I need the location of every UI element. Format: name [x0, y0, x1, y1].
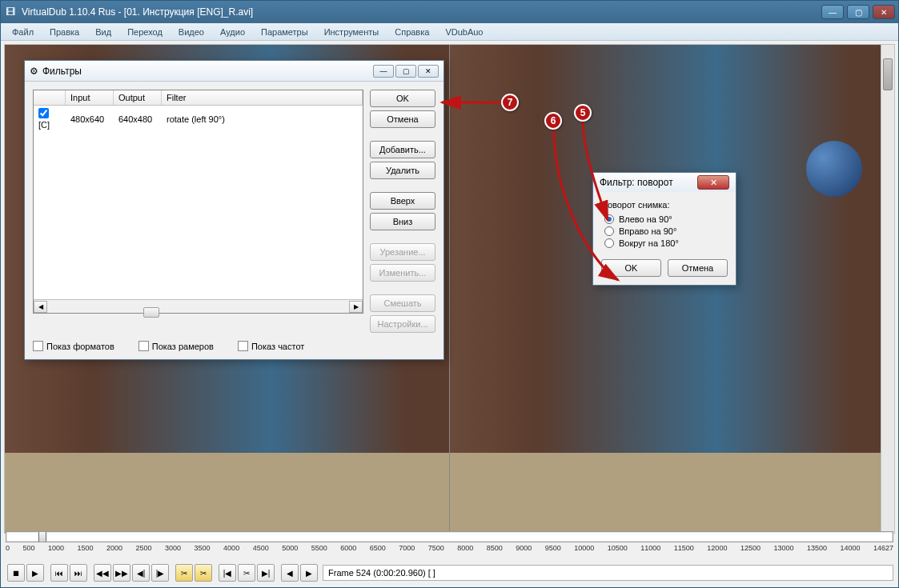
menu-vdubauo[interactable]: VDubAuo [439, 26, 489, 38]
transport-button-13[interactable]: ◀ [281, 564, 299, 582]
vertical-scrollbar[interactable] [881, 45, 894, 533]
transport-button-6[interactable]: ◀| [132, 564, 150, 582]
filters-min-button[interactable]: — [373, 65, 394, 78]
down-button[interactable]: Вниз [370, 213, 435, 230]
col-filter: Filter [162, 90, 363, 105]
filters-max-button[interactable]: ▢ [395, 65, 416, 78]
tick-label: 11500 [674, 544, 694, 552]
menu-options[interactable]: Параметры [255, 26, 315, 38]
tick-label: 4500 [253, 544, 269, 552]
menu-audio[interactable]: Аудио [214, 26, 251, 38]
frame-status: Frame 524 (0:00:20.960) [ ] [323, 565, 893, 581]
tick-label: 1000 [48, 544, 64, 552]
tick-label: 6000 [340, 544, 356, 552]
filters-close-button[interactable]: ✕ [418, 65, 439, 78]
transport-button-1[interactable]: ▶ [26, 564, 44, 582]
rotate-left-option[interactable]: Влево на 90° [604, 214, 728, 224]
menu-tools[interactable]: Инструменты [318, 26, 386, 38]
filters-dialog-footer: Показ форматов Показ рамеров Показ часто… [25, 341, 443, 359]
filters-dialog: ⚙ Фильтры — ▢ ✕ Input Output Filter [C] … [24, 60, 444, 360]
tick-label: 7000 [399, 544, 415, 552]
menu-video[interactable]: Видео [172, 26, 211, 38]
filters-dialog-titlebar[interactable]: ⚙ Фильтры — ▢ ✕ [25, 61, 443, 82]
transport-button-9[interactable]: ✂ [195, 564, 212, 582]
output-video-pane [450, 45, 895, 533]
show-sizes-check[interactable]: Показ рамеров [138, 341, 214, 351]
filter-list[interactable]: Input Output Filter [C] 480x640 640x480 … [33, 90, 363, 314]
radio-icon [604, 238, 614, 248]
tick-label: 0 [6, 544, 10, 552]
window-controls: — ▢ ✕ [821, 5, 895, 19]
tick-label: 3000 [165, 544, 181, 552]
up-button[interactable]: Вверх [370, 192, 435, 210]
timeline-ticks: 0500100015002000250030003500400045005000… [6, 542, 893, 552]
crop-button[interactable]: Урезание... [370, 243, 435, 261]
annotation-6: 6 [544, 112, 562, 130]
tick-label: 500 [23, 544, 35, 552]
show-formats-check[interactable]: Показ форматов [33, 341, 114, 351]
tick-label: 2500 [136, 544, 152, 552]
tick-label: 6500 [370, 544, 386, 552]
annotation-7: 7 [501, 94, 519, 111]
tick-label: 14000 [840, 544, 860, 552]
settings-button[interactable]: Настройки... [370, 315, 435, 333]
tick-label: 14627 [873, 544, 893, 552]
col-output: Output [114, 90, 162, 105]
transport-button-7[interactable]: |▶ [151, 564, 169, 582]
radio-icon [604, 226, 614, 236]
transport-button-11[interactable]: ✂ [238, 564, 255, 582]
rotate-cancel-button[interactable]: Отмена [668, 259, 728, 277]
menu-go[interactable]: Переход [121, 26, 169, 38]
transport-button-8[interactable]: ✂ [175, 564, 193, 582]
rotate-close-button[interactable]: ✕ [697, 175, 729, 190]
menu-help[interactable]: Справка [388, 26, 435, 38]
cancel-button[interactable]: Отмена [370, 110, 435, 128]
window-title: VirtualDub 1.10.4 Rus - [01. Инструкция … [22, 6, 821, 18]
filter-list-hscroll[interactable]: ◀▶ [34, 299, 363, 313]
rotate-dialog: Фильтр: поворот ✕ Поворот снимка: Влево … [592, 172, 736, 286]
tick-label: 12000 [707, 544, 727, 552]
rotate-ok-button[interactable]: OK [601, 259, 661, 277]
config-button[interactable]: Изменить... [370, 264, 435, 282]
timeline: 0500100015002000250030003500400045005000… [6, 531, 893, 560]
col-input: Input [66, 90, 114, 105]
tick-label: 13500 [807, 544, 827, 552]
timeline-track[interactable] [6, 531, 893, 542]
filter-row[interactable]: [C] 480x640 640x480 rotate (left 90°) [34, 106, 363, 132]
menu-edit[interactable]: Правка [43, 26, 86, 38]
ok-button[interactable]: OK [370, 90, 435, 107]
show-freq-check[interactable]: Показ частот [238, 341, 304, 351]
tick-label: 1500 [78, 544, 94, 552]
rotate-dialog-titlebar[interactable]: Фильтр: поворот ✕ [593, 173, 736, 192]
filter-row-name: rotate (left 90°) [162, 113, 363, 126]
transport-button-12[interactable]: ▶| [257, 564, 275, 582]
transport-button-5[interactable]: ▶▶ [113, 564, 130, 582]
close-button[interactable]: ✕ [873, 5, 895, 19]
transport-button-2[interactable]: ⏮ [50, 564, 68, 582]
rotate-180-option[interactable]: Вокруг на 180° [604, 238, 728, 248]
filter-row-checkbox[interactable] [38, 108, 49, 118]
tick-label: 8000 [457, 544, 473, 552]
transport-button-10[interactable]: |◀ [219, 564, 236, 582]
maximize-button[interactable]: ▢ [847, 5, 869, 19]
filter-row-output: 640x480 [114, 113, 162, 126]
blend-button[interactable]: Смешать [370, 294, 435, 312]
filter-row-input: 480x640 [66, 113, 114, 126]
radio-icon [604, 214, 614, 224]
rotate-group-label: Поворот снимка: [601, 200, 728, 210]
transport-button-0[interactable]: ⏹ [7, 564, 25, 582]
add-button[interactable]: Добавить... [370, 141, 435, 158]
transport-toolbar: ⏹▶⏮⏭◀◀▶▶◀||▶✂✂|◀✂▶|◀▶Frame 524 (0:00:20.… [6, 563, 893, 582]
gear-icon: ⚙ [30, 66, 38, 77]
remove-button[interactable]: Удалить [370, 162, 435, 179]
transport-button-3[interactable]: ⏭ [70, 564, 87, 582]
menu-view[interactable]: Вид [89, 26, 118, 38]
filters-button-column: OK Отмена Добавить... Удалить Вверх Вниз… [370, 90, 435, 333]
minimize-button[interactable]: — [821, 5, 844, 19]
tick-label: 10000 [574, 544, 594, 552]
timeline-thumb[interactable] [38, 531, 46, 542]
transport-button-4[interactable]: ◀◀ [94, 564, 111, 582]
transport-button-14[interactable]: ▶ [300, 564, 318, 582]
menu-file[interactable]: Файл [6, 26, 40, 38]
rotate-right-option[interactable]: Вправо на 90° [604, 226, 728, 236]
